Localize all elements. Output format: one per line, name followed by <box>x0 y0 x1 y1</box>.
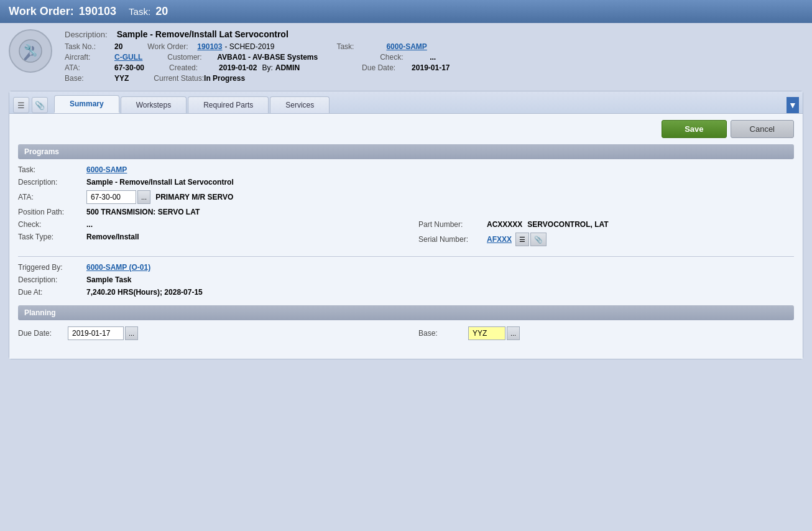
due-at-row: Due At: 7,240.20 HRS(Hours); 2028-07-15 <box>18 288 794 297</box>
task-prefix: Task: <box>129 6 150 17</box>
aircraft-label: Aircraft: <box>65 53 114 62</box>
programs-ata-input[interactable] <box>86 190 136 204</box>
due-at-value: 7,240.20 HRS(Hours); 2028-07-15 <box>86 288 203 297</box>
base-header-group: Base: YYZ <box>65 74 129 83</box>
planning-base-input[interactable] <box>468 326 505 340</box>
due-date-header-label: Due Date: <box>362 63 412 72</box>
programs-check-label: Check: <box>18 220 86 229</box>
current-status-group: Current Status: In Progress <box>154 74 245 83</box>
programs-check-value: ... <box>86 220 93 229</box>
work-order-number: 190103 <box>79 5 116 17</box>
triggered-desc-label: Description: <box>18 275 86 284</box>
info-section: 🔧 Description: Sample - Remove/Install L… <box>9 29 803 85</box>
programs-ata-desc: PRIMARY M/R SERVO <box>155 193 233 201</box>
ata-group: ATA: 67-30-00 <box>65 63 144 72</box>
created-value: 2019-01-02 <box>219 63 257 72</box>
part-number-row: Part Number: ACXXXXX SERVOCONTROL, LAT <box>418 220 794 229</box>
description-label: Description: <box>65 30 114 39</box>
planning-due-date-input[interactable] <box>68 326 124 340</box>
programs-ata-row: ATA: ... PRIMARY M/R SERVO <box>18 190 794 204</box>
programs-check-row: Check: ... <box>18 220 394 229</box>
work-order-link[interactable]: 190103 <box>197 42 222 51</box>
programs-description-label: Description: <box>18 178 86 187</box>
planning-due-date-dots-button[interactable]: ... <box>125 326 138 340</box>
task-no-label: Task No.: <box>65 42 114 51</box>
task-label: Task: <box>336 42 386 51</box>
programs-ata-dots-button[interactable]: ... <box>137 190 150 204</box>
wrench-icon-container: 🔧 <box>9 29 52 73</box>
planning-col-left: Due Date: ... <box>18 326 394 344</box>
serial-number-value[interactable]: AFXXX <box>487 235 512 244</box>
save-button[interactable]: Save <box>662 120 726 138</box>
info-row-2: Aircraft: C-GULL Customer: AVBA01 - AV-B… <box>65 53 803 62</box>
position-path-value: 500 TRANSMISION: SERVO LAT <box>86 208 200 216</box>
base-header-label: Base: <box>65 74 114 83</box>
part-number-desc: SERVOCONTROL, LAT <box>527 220 608 229</box>
planning-due-date-row: Due Date: ... <box>18 326 394 340</box>
base-header-value: YYZ <box>114 74 129 83</box>
triggered-section: Triggered By: 6000-SAMP (O-01) Descripti… <box>18 263 794 297</box>
task-type-value: Remove/Install <box>86 233 139 241</box>
due-at-label: Due At: <box>18 288 86 297</box>
work-order-group: Work Order: 190103 - SCHED-2019 <box>147 42 274 51</box>
menu-icon-button[interactable]: ☰ <box>13 97 29 113</box>
planning-base-dots-button[interactable]: ... <box>507 326 520 340</box>
description-row: Description: Sample - Remove/Install Lat… <box>65 29 803 39</box>
info-row-3: ATA: 67-30-00 Created: 2019-01-02 By: AD… <box>65 63 803 72</box>
programs-section: Programs Task: 6000-SAMP Description: Sa… <box>18 144 794 297</box>
part-number-label: Part Number: <box>418 220 487 229</box>
programs-divider <box>18 256 794 257</box>
aircraft-link[interactable]: C-GULL <box>114 53 142 62</box>
task-no-value: 20 <box>114 42 122 51</box>
programs-description-row: Description: Sample - Remove/Install Lat… <box>18 178 794 187</box>
header-bar: Work Order: 190103 Task: 20 <box>0 0 812 23</box>
serial-number-list-button[interactable]: ☰ <box>515 233 529 246</box>
customer-value: AVBA01 - AV-BASE Systems <box>217 53 318 62</box>
programs-description-value: Sample - Remove/Install Lat Servocontrol <box>86 178 234 187</box>
serial-number-attach-button[interactable]: 📎 <box>530 233 547 246</box>
task-type-label: Task Type: <box>18 233 86 241</box>
info-row-1: Task No.: 20 Work Order: 190103 - SCHED-… <box>65 42 803 51</box>
serial-number-label: Serial Number: <box>418 235 487 244</box>
wrench-icon: 🔧 <box>18 39 43 63</box>
planning-section: Planning Due Date: ... Base: ... <box>18 305 794 344</box>
by-label: By: <box>262 63 272 72</box>
tab-required-parts[interactable]: Required Parts <box>188 96 269 113</box>
current-status-label: Current Status: <box>154 74 204 83</box>
aircraft-group: Aircraft: C-GULL <box>65 53 142 62</box>
programs-ata-label: ATA: <box>18 193 86 201</box>
tab-bar: ☰ 📎 Summary Worksteps Required Parts Ser… <box>9 91 803 114</box>
task-number: 20 <box>155 5 168 17</box>
task-link[interactable]: 6000-SAMP <box>386 42 427 51</box>
created-label: Created: <box>169 63 219 72</box>
programs-task-link[interactable]: 6000-SAMP <box>86 165 127 174</box>
planning-base-label: Base: <box>418 329 468 338</box>
triggered-by-link[interactable]: 6000-SAMP (O-01) <box>86 263 150 272</box>
cancel-button[interactable]: Cancel <box>731 120 794 138</box>
tab-bar-icons: ☰ 📎 <box>13 97 48 113</box>
attachment-icon-button[interactable]: 📎 <box>32 97 48 113</box>
tab-worksteps[interactable]: Worksteps <box>121 96 187 113</box>
triggered-desc-row: Description: Sample Task <box>18 275 794 284</box>
planning-multi-col: Due Date: ... Base: ... <box>18 326 794 344</box>
task-no-group: Task No.: 20 <box>65 42 122 51</box>
main-area: 🔧 Description: Sample - Remove/Install L… <box>0 23 812 366</box>
info-table: Description: Sample - Remove/Install Lat… <box>65 29 803 85</box>
planning-col-right: Base: ... <box>418 326 794 344</box>
task-group: Task: 6000-SAMP <box>336 42 427 51</box>
task-type-row: Task Type: Remove/Install <box>18 233 394 241</box>
tab-services[interactable]: Services <box>270 96 330 113</box>
triggered-desc-value: Sample Task <box>86 275 131 284</box>
created-group: Created: 2019-01-02 By: ADMIN <box>169 63 300 72</box>
toolbar-row: Save Cancel <box>18 120 794 138</box>
triggered-by-label: Triggered By: <box>18 263 86 272</box>
tab-summary[interactable]: Summary <box>54 95 119 113</box>
tab-content-summary: Save Cancel Programs Task: 6000-SAMP Des… <box>9 114 803 359</box>
planning-base-row: Base: ... <box>418 326 794 340</box>
serial-number-row: Serial Number: AFXXX ☰ 📎 <box>418 233 794 246</box>
tab-chevron-button[interactable]: ▼ <box>787 97 799 113</box>
ata-label: ATA: <box>65 63 114 72</box>
current-status-value: In Progress <box>204 74 245 83</box>
customer-group: Customer: AVBA01 - AV-BASE Systems <box>167 53 318 62</box>
ata-value: 67-30-00 <box>114 63 144 72</box>
